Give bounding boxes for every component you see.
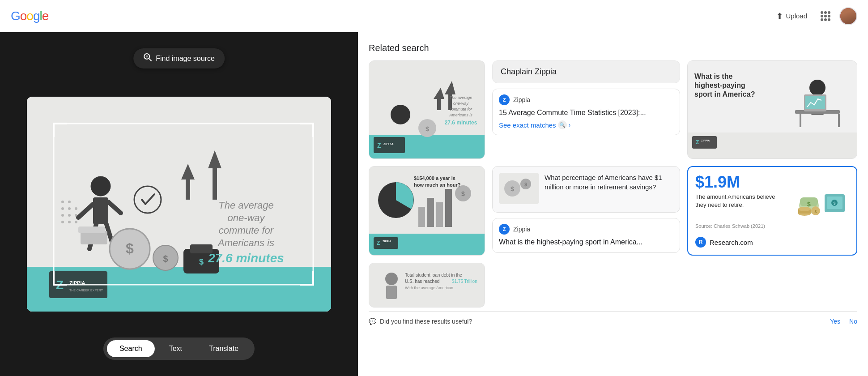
svg-point-33 [61,221,64,223]
svg-point-34 [68,221,71,223]
svg-text:highest-paying: highest-paying [694,81,745,89]
result-1-source: Z Zippia [499,94,673,105]
chaplain-zippia-badge[interactable]: Chaplain Zippia [492,60,680,83]
retirement-desc: The amount Americans believe they need t… [695,193,784,209]
result-item-2[interactable]: Z Zippia What is the highest-paying spor… [492,218,680,253]
result-2-title: What is the highest-paying sport in Amer… [499,237,673,247]
research-brand-name: Research.com [710,239,753,246]
header-right: ⬆ Upload [772,7,857,25]
svg-text:U.S. has reached: U.S. has reached [405,279,439,284]
grid-dot [824,15,827,17]
retirement-illustration: $ $ $ [791,174,849,219]
svg-point-60 [809,80,825,96]
retirement-amount: $1.9M [695,174,784,190]
google-logo[interactable]: Google [11,9,48,23]
svg-point-31 [68,214,71,217]
retirement-text-block: $1.9M The amount Americans believe they … [695,174,784,209]
bottom-left-thumbnail: $ $154,000 a year is how much an hour? Z… [369,167,485,256]
related-search-header: Related search [369,39,857,53]
logo-g: G [11,9,20,23]
top-left-image-card[interactable]: Z ZIPPIA $ The average one-way commute f… [369,60,485,159]
upload-button[interactable]: ⬆ Upload [772,9,812,24]
third-left-card[interactable]: Total student loan debt in the U.S. has … [369,263,485,308]
upload-icon: ⬆ [776,11,783,21]
third-left-thumbnail: Total student loan debt in the U.S. has … [369,263,485,308]
svg-text:$: $ [425,125,429,132]
svg-text:commute for: commute for [450,107,472,111]
svg-text:one-way: one-way [227,212,265,223]
grid-dot [828,18,830,21]
result-item-1[interactable]: Z Zippia 15 Average Commute Time Statist… [492,89,680,135]
top-right-card[interactable]: What is the highest-paying sport in Amer… [687,60,857,159]
svg-text:$: $ [199,257,204,266]
zippia-logo-1: Z [499,94,510,105]
svg-rect-77 [427,198,434,227]
feedback-question: Did you find these results useful? [380,318,472,325]
lens-icon [143,53,152,64]
third-right-placeholder [687,263,857,308]
svg-text:$: $ [833,201,835,205]
svg-text:ZIPPIA: ZIPPIA [701,139,710,142]
result-1-source-name: Zippia [513,96,530,103]
svg-text:$: $ [524,182,527,187]
svg-text:how much an hour?: how much an hour? [414,182,461,188]
svg-text:ZIPPIA: ZIPPIA [383,142,394,145]
middle-card-text-content: What percentage of Americans have $1 mil… [545,173,673,192]
svg-text:$: $ [511,185,514,192]
svg-text:The average: The average [218,200,274,211]
svg-text:Z: Z [377,142,381,149]
middle-retirement-query-card[interactable]: $ $ What percentage of Americans have $1… [492,166,680,213]
header: Google ⬆ Upload [0,0,868,32]
apps-grid-icon[interactable] [821,11,830,21]
svg-rect-64 [838,114,840,127]
uploaded-image-container: Z ZIPPIA THE CAREER EXPERT $ $ [27,97,331,312]
logo-e: e [42,9,49,23]
zippia-logo-3: Z [499,224,510,235]
retirement-card[interactable]: $1.9M The amount Americans believe they … [687,166,857,256]
text-tab[interactable]: Text [157,340,195,357]
svg-text:27.6 minutes: 27.6 minutes [208,251,284,265]
see-exact-matches-link[interactable]: See exact matches 🔍 › [499,120,673,129]
user-avatar[interactable] [839,7,857,25]
find-image-source-label: Find image source [156,55,215,63]
svg-text:Z: Z [696,139,699,145]
bottom-left-card[interactable]: $ $154,000 a year is how much an hour? Z… [369,166,485,256]
middle-card-question: What percentage of Americans have $1 mil… [545,173,673,192]
svg-point-27 [61,207,64,210]
zippia-logo-letter: Z [503,97,506,103]
translate-tab[interactable]: Translate [196,340,251,357]
main-content: Find image source Z ZIPPIA THE CAREER EX… [0,32,868,376]
svg-point-9 [91,176,111,196]
svg-text:27.6 minutes: 27.6 minutes [445,120,477,126]
svg-text:ZIPPIA: ZIPPIA [383,240,391,243]
logo-g2: g [33,9,40,23]
find-image-source-button[interactable]: Find image source [133,48,225,68]
svg-point-28 [68,207,71,210]
svg-point-37 [68,201,71,203]
result-item-1-content: Z Zippia 15 Average Commute Time Statist… [493,89,680,135]
top-right-thumbnail: What is the highest-paying sport in Amer… [688,61,857,159]
svg-text:one-way: one-way [453,101,469,106]
result-2-source: Z Zippia [499,224,673,235]
svg-rect-107 [386,286,397,299]
avatar-image [840,8,856,24]
feedback-actions: Yes No [830,318,857,325]
grid-dot [828,11,830,14]
feedback-no-button[interactable]: No [849,318,857,325]
svg-text:$: $ [814,209,817,214]
top-middle-column: Chaplain Zippia Z Zippia 15 Average Comm… [492,60,680,159]
svg-text:$154,000 a year is: $154,000 a year is [414,175,455,181]
search-tab[interactable]: Search [107,340,155,357]
svg-text:$: $ [461,190,465,197]
middle-card-image: $ $ [499,173,539,206]
svg-text:With the average American...: With the average American... [405,286,457,290]
logo-o1: o [20,9,27,23]
feedback-yes-button[interactable]: Yes [830,318,840,325]
research-brand: R Research.com [695,237,849,248]
arrow-icon: › [569,121,571,128]
svg-rect-78 [436,202,443,227]
svg-rect-10 [93,197,108,224]
third-row: Total student loan debt in the U.S. has … [369,263,857,308]
svg-text:Americans is: Americans is [449,113,472,117]
left-panel: Find image source Z ZIPPIA THE CAREER EX… [0,32,358,376]
